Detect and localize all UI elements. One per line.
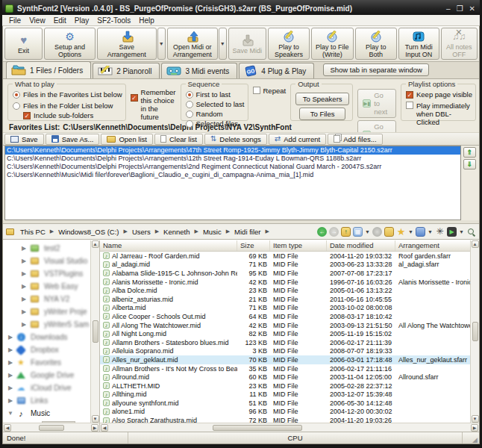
tree-item-icloud-drive[interactable]: ▶☁iCloud Drive: [3, 382, 99, 394]
breadcrumb-segment[interactable]: Music: [200, 227, 225, 237]
tree-item-ywriter-proje[interactable]: ▶yWriter Proje: [3, 305, 99, 318]
open-midi-dropdown[interactable]: ▼: [219, 28, 227, 60]
radio-sequence-dot-2[interactable]: [186, 111, 193, 118]
tree-item-music[interactable]: ▼♪Music: [3, 407, 99, 420]
tree-item-favorites[interactable]: ▶★Favorites: [3, 356, 99, 369]
tab-midi-events[interactable]: 3 Midi events: [161, 63, 237, 78]
forward-icon[interactable]: →: [329, 227, 339, 237]
tab-pianoroll[interactable]: 2 Pianoroll: [93, 63, 160, 78]
favorites-star-icon[interactable]: ★: [396, 227, 406, 237]
play-dblclick-box[interactable]: [406, 102, 413, 109]
table-row[interactable]: Also Sprach Zarathustra.mid72 KBMID File…: [100, 416, 479, 423]
radio-sequence-0[interactable]: First to last: [186, 90, 245, 99]
checkbox-repeat[interactable]: Repeat: [253, 84, 287, 119]
table-row[interactable]: ALLTHETH.MID23 KBMID File2005-02-28 22:3…: [100, 382, 479, 391]
breadcrumb-arrow-icon[interactable]: ▶: [226, 228, 230, 234]
keep-visible-box[interactable]: [406, 91, 413, 99]
table-row[interactable]: allyoune synthfont.mid51 KBMID File2006-…: [100, 399, 479, 408]
play-to-speakers-button[interactable]: Play to Speakers: [268, 28, 310, 60]
new-folder-icon[interactable]: [384, 227, 394, 237]
favorites-row[interactable]: C:\Users\Kenneth\Documents\Delphi Projec…: [5, 163, 460, 171]
table-row[interactable]: Allthing.mid11 KBMID File2003-12-07 15:3…: [100, 391, 479, 399]
tree-horizontal-scrollbar[interactable]: ◀ ▶: [3, 423, 99, 432]
preview-dropdown-icon[interactable]: ▼: [428, 227, 433, 237]
table-row[interactable]: Alberta.mid71 KBMID File2003-10-02 08:00…: [100, 304, 479, 313]
remember-box[interactable]: [131, 94, 138, 102]
close-button[interactable]: ✕: [469, 4, 475, 13]
tree-chevron-icon[interactable]: ▶: [7, 397, 13, 404]
to-speakers-button[interactable]: To Speakers: [295, 93, 349, 105]
table-scroll-left-icon[interactable]: ◀: [101, 424, 108, 432]
up-folder-icon[interactable]: ↑: [341, 227, 351, 237]
preview-icon[interactable]: [416, 227, 425, 237]
tree-item-visual-studio[interactable]: ▶Visual Studio: [3, 255, 99, 267]
radio-sequence-dot-0[interactable]: [186, 91, 193, 99]
checkbox-include-subfolders[interactable]: Include sub-folders: [13, 111, 122, 119]
star-dropdown-icon[interactable]: ▼: [408, 227, 413, 237]
tree-scroll-left-icon[interactable]: ◀: [4, 424, 11, 432]
table-row[interactable]: Alabama Slide-1915-C L Johnson-John Remm…: [100, 269, 479, 278]
tree-chevron-icon[interactable]: ▶: [21, 321, 27, 328]
breadcrumb-arrow-icon[interactable]: ▶: [155, 228, 159, 234]
menu-item-sf2-tools[interactable]: SF2-Tools: [93, 16, 134, 25]
table-row[interactable]: All Along The Watchtower.mid42 KBMID Fil…: [100, 321, 479, 330]
column-header-date-modified[interactable]: Date modified: [327, 240, 395, 251]
views-dropdown-icon[interactable]: ▼: [365, 227, 370, 237]
column-header-arrangement[interactable]: Arrangement: [395, 240, 475, 251]
tree-chevron-icon[interactable]: ▶: [21, 296, 27, 302]
radio-favorites-dot[interactable]: [13, 91, 20, 99]
table-row[interactable]: albeniz_asturias.mid21 KBMID File2011-06…: [100, 295, 479, 304]
tree-chevron-icon[interactable]: ▶: [7, 359, 13, 366]
search-icon[interactable]: [466, 227, 476, 237]
radio-sequence-3[interactable]: Selected files: [186, 119, 245, 128]
tree-item-links[interactable]: ▶Links: [3, 394, 99, 407]
tree-chevron-icon[interactable]: ▶: [21, 258, 27, 264]
save-as-button[interactable]: Save As...: [46, 134, 100, 145]
tree-chevron-icon[interactable]: ▶: [21, 270, 27, 277]
breadcrumb-arrow-icon[interactable]: ▶: [124, 228, 128, 234]
tree-scroll-thumb[interactable]: [93, 320, 98, 343]
play-file-icon[interactable]: ▶: [447, 227, 457, 237]
breadcrumb-segment[interactable]: Windows8_OS (C:): [55, 227, 122, 237]
refresh-icon[interactable]: [372, 227, 382, 237]
tree-item-google-drive[interactable]: ▶Google Drive: [3, 369, 99, 382]
move-up-button[interactable]: ⇑: [463, 147, 476, 158]
setup-options-button[interactable]: ⚙ Setup and Options: [44, 28, 95, 60]
breadcrumb-segment[interactable]: This PC: [17, 227, 48, 237]
menu-item-view[interactable]: View: [25, 16, 49, 25]
maximize-button[interactable]: ❐: [457, 4, 463, 13]
tree-vertical-scrollbar[interactable]: ▲ ▼: [90, 240, 99, 423]
tree-chevron-icon[interactable]: ▼: [7, 410, 13, 417]
breadcrumb-segment[interactable]: Kenneth: [160, 227, 193, 237]
table-row[interactable]: Allman Brothers - It's Not My Cross to B…: [100, 364, 479, 373]
tree-hscroll-thumb[interactable]: [39, 425, 64, 431]
table-row[interactable]: Allround.mid60 KBMID File2003-11-04 12:0…: [100, 373, 479, 382]
tree-item-ywriter5-sam[interactable]: ▶yWriter5 Sam: [3, 318, 99, 331]
favorites-row[interactable]: C:\Users\Kenneth\Documents\Delphi Projec…: [5, 146, 460, 155]
table-row[interactable]: Alleluia Soprano.mid3 KBMID File2008-07-…: [100, 347, 479, 356]
favorites-listbox[interactable]: C:\Users\Kenneth\Documents\Delphi Projec…: [4, 146, 461, 220]
menu-item-file[interactable]: File: [5, 16, 25, 25]
table-row[interactable]: Al Jarreau - Roof Garden.mid69 KBMID Fil…: [100, 252, 479, 261]
save-list-button[interactable]: Save: [4, 134, 44, 145]
checkbox-keep-page-visible[interactable]: Keep page visible: [406, 90, 472, 99]
breadcrumb-arrow-icon[interactable]: ▶: [50, 228, 54, 234]
breadcrumb-arrow-icon[interactable]: ▶: [265, 228, 269, 234]
clear-list-button[interactable]: Clear list: [154, 134, 203, 145]
checkbox-play-dblclick[interactable]: Play immediately when DBL-Clicked: [406, 102, 472, 126]
tree-scroll-right-icon[interactable]: ▶: [91, 424, 98, 432]
checkbox-remember[interactable]: Remember this choice in the future: [131, 84, 176, 119]
table-row[interactable]: All Night Long.mid82 KBMID File2005-11-1…: [100, 329, 479, 338]
favorites-row[interactable]: C:\Users\Kenneth\Documents\Delphi Projec…: [5, 155, 460, 163]
include-subfolders-box[interactable]: [23, 112, 31, 119]
tree-item-vstplugins[interactable]: ▶VSTPlugins: [3, 267, 99, 280]
table-scroll-up-icon[interactable]: ▲: [472, 240, 479, 248]
add-files-button[interactable]: Add files...: [328, 134, 382, 145]
table-row[interactable]: Alice Cooper - Schools Out.mid64 KBMID F…: [100, 312, 479, 321]
play-to-file-button[interactable]: Play to File (Write): [311, 28, 353, 60]
tree-item-nya-v2[interactable]: ▶NYA V2: [3, 293, 99, 305]
radio-folder-dot[interactable]: [13, 102, 20, 110]
tree-item-web-easy[interactable]: ▶Web Easy: [3, 280, 99, 293]
table-scroll-down-icon[interactable]: ▼: [472, 415, 479, 423]
menu-item-help[interactable]: Help: [135, 16, 158, 25]
